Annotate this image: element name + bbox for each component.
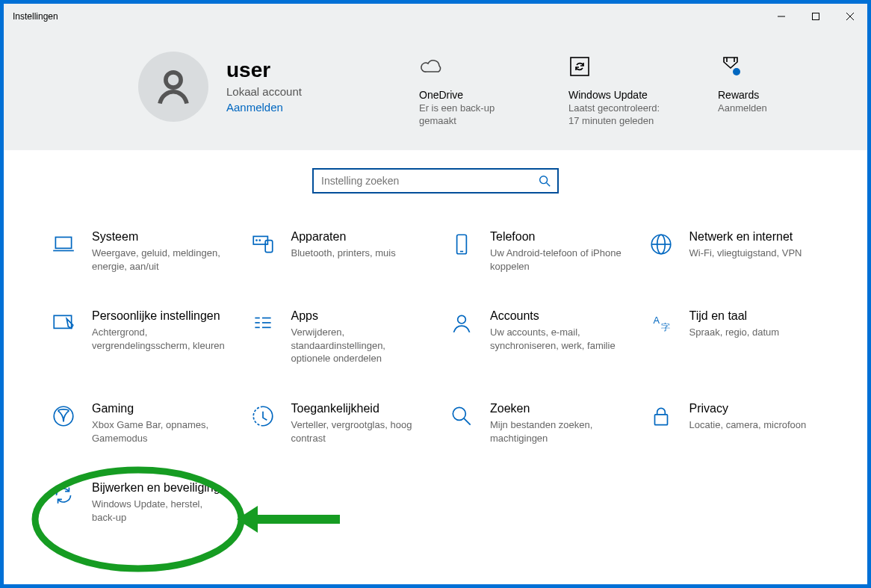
category-title: Bijwerken en beveiliging <box>92 480 226 495</box>
status-tile-onedrive[interactable]: OneDrive Er is een back-up gemaakt <box>419 52 524 128</box>
status-tile-rewards[interactable]: Rewards Aanmelden <box>718 52 822 128</box>
svg-point-4 <box>166 72 181 87</box>
status-desc: Er is een back-up gemaakt <box>419 102 524 128</box>
maximize-icon <box>811 12 820 21</box>
category-title: Apps <box>291 309 425 323</box>
category-desc: Verwijderen, standaardinstellingen, opti… <box>291 326 425 365</box>
svg-rect-33 <box>654 415 667 425</box>
status-tiles: OneDrive Er is een back-up gemaakt Windo… <box>419 52 822 128</box>
svg-point-14 <box>259 240 260 241</box>
status-title: Rewards <box>718 89 822 101</box>
svg-point-7 <box>540 176 548 183</box>
time-language-icon: A字 <box>646 309 676 338</box>
category-desc: Bluetooth, printers, muis <box>291 247 396 260</box>
category-desc: Uw accounts, e-mail, synchroniseren, wer… <box>490 326 624 352</box>
svg-rect-9 <box>55 237 71 248</box>
category-devices[interactable]: Apparaten Bluetooth, printers, muis <box>248 229 425 273</box>
user-block[interactable]: user Lokaal account Aanmelden <box>138 52 377 122</box>
sign-in-link[interactable]: Aanmelden <box>226 101 302 114</box>
category-desc: Windows Update, herstel, back-up <box>92 498 226 524</box>
maximize-button[interactable] <box>799 4 833 29</box>
phone-icon <box>447 229 477 259</box>
category-title: Persoonlijke instellingen <box>92 309 226 323</box>
search-input[interactable] <box>320 174 538 188</box>
category-title: Toegankelijkheid <box>291 401 425 415</box>
category-title: Zoeken <box>490 401 624 415</box>
header: user Lokaal account Aanmelden OneDrive E… <box>4 29 867 150</box>
category-title: Gaming <box>92 401 226 415</box>
settings-window: Instellingen user Lokaal acco <box>3 3 868 585</box>
category-system[interactable]: Systeem Weergave, geluid, meldingen, ene… <box>49 229 226 273</box>
category-title: Systeem <box>92 229 226 244</box>
lock-icon <box>646 401 676 431</box>
status-tile-windows-update[interactable]: Windows Update Laatst gecontroleerd: 17 … <box>568 52 673 128</box>
category-title: Telefoon <box>490 229 624 244</box>
person-icon <box>153 66 193 107</box>
personalization-icon <box>49 309 78 338</box>
minimize-icon <box>777 12 786 21</box>
svg-line-32 <box>464 418 471 425</box>
account-icon <box>447 309 477 338</box>
window-title: Instellingen <box>13 11 58 22</box>
svg-line-8 <box>547 182 551 186</box>
user-account-type: Lokaal account <box>226 85 302 98</box>
user-info: user Lokaal account Aanmelden <box>226 60 302 114</box>
category-privacy[interactable]: Privacy Locatie, camera, microfoon <box>646 401 823 445</box>
category-personalization[interactable]: Persoonlijke instellingen Achtergrond, v… <box>49 309 226 365</box>
category-desc: Uw Android-telefoon of iPhone koppelen <box>490 247 624 273</box>
category-title: Accounts <box>490 309 624 323</box>
devices-icon <box>248 229 278 259</box>
category-time-language[interactable]: A字 Tijd en taal Spraak, regio, datum <box>646 309 823 365</box>
svg-text:字: 字 <box>661 322 670 332</box>
search-area <box>4 150 867 196</box>
status-desc: Laatst gecontroleerd: 17 minuten geleden <box>568 102 673 128</box>
svg-point-31 <box>453 407 465 420</box>
category-update-security[interactable]: Bijwerken en beveiliging Windows Update,… <box>49 480 226 524</box>
svg-rect-5 <box>571 58 589 75</box>
close-button[interactable] <box>833 4 867 29</box>
category-title: Netwerk en internet <box>689 229 802 244</box>
laptop-icon <box>49 229 78 259</box>
svg-rect-1 <box>813 13 819 20</box>
category-phone[interactable]: Telefoon Uw Android-telefoon of iPhone k… <box>447 229 624 273</box>
svg-text:A: A <box>653 315 660 326</box>
category-desc: Weergave, geluid, meldingen, energie, aa… <box>92 247 226 273</box>
search-box[interactable] <box>312 168 559 194</box>
ease-of-access-icon <box>248 401 278 431</box>
svg-point-13 <box>255 240 256 241</box>
titlebar: Instellingen <box>4 4 867 29</box>
categories-grid: Systeem Weergave, geluid, meldingen, ene… <box>4 196 867 524</box>
avatar <box>138 52 208 122</box>
window-controls <box>764 4 867 29</box>
globe-icon <box>646 229 676 259</box>
xbox-icon <box>49 401 78 431</box>
refresh-icon <box>49 480 78 510</box>
category-title: Apparaten <box>291 229 396 244</box>
category-gaming[interactable]: Gaming Xbox Game Bar, opnames, Gamemodus <box>49 401 226 445</box>
search-icon <box>447 401 477 431</box>
svg-rect-12 <box>265 240 273 252</box>
cloud-icon <box>419 52 524 81</box>
category-desc: Verteller, vergrootglas, hoog contrast <box>291 418 425 445</box>
rewards-icon <box>718 52 822 81</box>
category-ease-of-access[interactable]: Toegankelijkheid Verteller, vergrootglas… <box>248 401 425 445</box>
category-desc: Wi-Fi, vliegtuigstand, VPN <box>689 247 802 260</box>
category-desc: Spraak, regio, datum <box>689 326 780 339</box>
minimize-button[interactable] <box>764 4 799 29</box>
close-icon <box>846 12 855 21</box>
category-search[interactable]: Zoeken Mijn bestanden zoeken, machtiging… <box>447 401 624 445</box>
category-apps[interactable]: Apps Verwijderen, standaardinstellingen,… <box>248 309 425 365</box>
category-desc: Locatie, camera, microfoon <box>689 418 807 432</box>
status-title: OneDrive <box>419 89 524 101</box>
apps-icon <box>248 309 278 338</box>
category-desc: Xbox Game Bar, opnames, Gamemodus <box>92 418 226 445</box>
category-accounts[interactable]: Accounts Uw accounts, e-mail, synchronis… <box>447 309 624 365</box>
svg-point-6 <box>733 68 740 75</box>
user-name: user <box>226 60 302 81</box>
category-desc: Mijn bestanden zoeken, machtigingen <box>490 418 624 445</box>
status-title: Windows Update <box>568 89 673 101</box>
category-network[interactable]: Netwerk en internet Wi-Fi, vliegtuigstan… <box>646 229 823 273</box>
category-desc: Achtergrond, vergrendelingsscherm, kleur… <box>92 326 226 352</box>
status-desc: Aanmelden <box>718 102 822 115</box>
search-icon <box>538 174 551 188</box>
